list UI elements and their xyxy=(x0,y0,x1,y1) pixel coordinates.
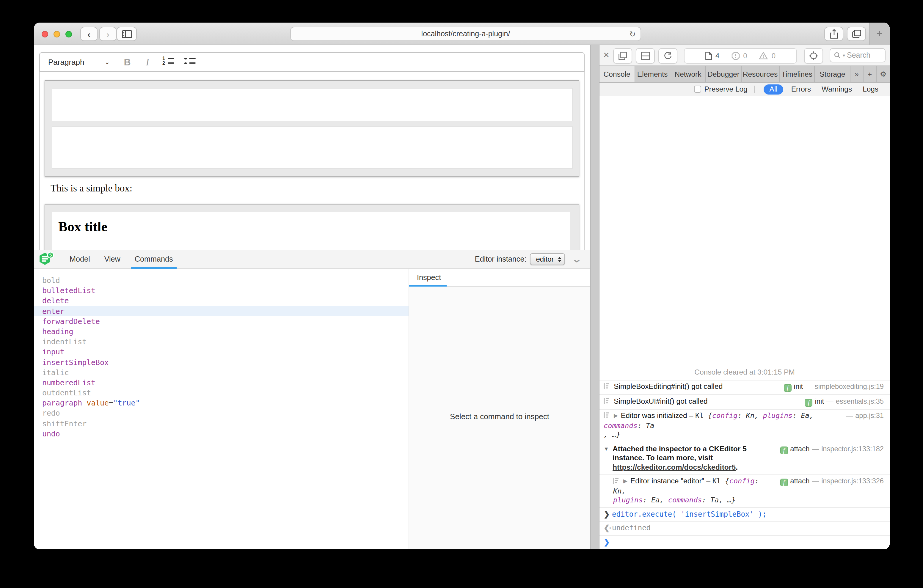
command-row-outdentList[interactable]: outdentList xyxy=(34,388,409,398)
reload-page-button[interactable] xyxy=(659,48,677,63)
command-row-italic[interactable]: italic xyxy=(34,367,409,377)
element-picker-button[interactable] xyxy=(804,48,823,63)
zoom-window-button[interactable] xyxy=(66,31,72,37)
simple-box-title-field[interactable] xyxy=(52,88,573,121)
heading-dropdown[interactable]: Paragraph ⌄ xyxy=(40,57,117,67)
command-row-bulletedList[interactable]: bulletedList xyxy=(34,286,409,296)
source-location-link[interactable]: inspector.js:133:326 xyxy=(821,477,884,485)
command-row-undo[interactable]: undo xyxy=(34,429,409,439)
close-window-button[interactable] xyxy=(42,31,48,37)
inspector-tab-debugger[interactable]: Debugger xyxy=(706,66,741,82)
editor-instance-select[interactable]: editor xyxy=(530,253,565,265)
settings-gear-button[interactable]: ⚙ xyxy=(877,66,890,82)
resource-status-group[interactable]: 4 0 0 xyxy=(684,48,797,63)
inspect-empty-message: Select a command to inspect xyxy=(409,412,590,421)
inspect-tabbar: Inspect xyxy=(409,269,590,287)
simple-box-description-field[interactable] xyxy=(52,126,573,169)
more-tabs-button[interactable]: » xyxy=(851,66,864,82)
log-source: —app.js:31 xyxy=(846,411,884,420)
inspector-tab-timelines[interactable]: Timelines xyxy=(779,66,815,82)
back-button[interactable]: ‹ xyxy=(80,27,97,41)
function-name: attach xyxy=(790,444,810,453)
source-location-link[interactable]: simpleboxediting.js:19 xyxy=(815,382,884,391)
console-input-code[interactable]: editor.execute( 'insertSimpleBox' ); xyxy=(612,510,767,518)
url-field[interactable]: localhost/creating-a-plugin/ ↻ xyxy=(290,27,641,41)
command-row-insertSimpleBox[interactable]: insertSimpleBox xyxy=(34,357,409,367)
tab-overview-button[interactable] xyxy=(847,27,866,41)
simple-box-widget[interactable]: Box title xyxy=(44,204,579,253)
log-message: SimpleBoxUI#init() got called xyxy=(614,397,708,405)
warning-triangle-icon xyxy=(759,52,768,59)
ckeditor-docs-link[interactable]: https://ckeditor.com/docs/ckeditor5 xyxy=(613,463,736,471)
command-row-paragraph[interactable]: paragraph value="true" xyxy=(34,398,409,408)
minimize-window-button[interactable] xyxy=(54,31,60,37)
function-name: init xyxy=(815,397,824,405)
console-output: Console cleared at 3:01:15 PM finit—simp… xyxy=(599,96,890,549)
simple-box-title-field-2[interactable]: Box title xyxy=(52,212,570,252)
console-filter-errors[interactable]: Errors xyxy=(791,85,811,94)
search-field[interactable]: ▾ Search xyxy=(829,48,885,62)
command-row-delete[interactable]: delete xyxy=(34,296,409,306)
detach-icon xyxy=(619,51,627,60)
close-inspector-button[interactable]: ✕ xyxy=(603,51,609,59)
inspector-tab-console[interactable]: Console xyxy=(599,66,635,82)
add-tab-button[interactable]: + xyxy=(864,66,877,82)
disclosure-triangle-icon[interactable]: ▶ xyxy=(623,477,627,486)
share-icon xyxy=(830,29,838,39)
italic-button[interactable]: I xyxy=(137,56,158,68)
ck-tab-view[interactable]: View xyxy=(97,250,128,268)
reload-icon[interactable]: ↻ xyxy=(629,30,636,39)
inspector-tab-resources[interactable]: Resources xyxy=(742,66,780,82)
console-log-icon xyxy=(604,397,610,407)
console-filter-all[interactable]: All xyxy=(764,84,783,94)
paragraph-text[interactable]: This is a simple box: xyxy=(51,182,132,194)
forward-button[interactable]: › xyxy=(99,27,117,41)
command-row-heading[interactable]: heading xyxy=(34,327,409,337)
ck-tab-model[interactable]: Model xyxy=(62,250,97,268)
source-location-link[interactable]: inspector.js:133:182 xyxy=(821,444,884,453)
dock-side-button[interactable] xyxy=(636,48,655,63)
editor-toolbar: Paragraph ⌄ B I 1 2 xyxy=(39,52,585,72)
function-badge-icon: f xyxy=(780,446,788,454)
source-location-link[interactable]: app.js:31 xyxy=(855,411,884,420)
console-prompt[interactable]: ❯ xyxy=(599,535,890,549)
share-button[interactable] xyxy=(824,27,843,41)
collapse-inspector-chevron-icon[interactable]: ⌄ xyxy=(572,255,582,264)
command-row-forwardDelete[interactable]: forwardDelete xyxy=(34,316,409,327)
console-filter-logs[interactable]: Logs xyxy=(863,85,879,94)
command-row-bold[interactable]: bold xyxy=(34,275,409,286)
titlebar: ‹ › localhost/creating-a-plugin/ ↻ + xyxy=(34,23,890,45)
source-location-link[interactable]: essentials.js:35 xyxy=(836,397,884,405)
inspector-tab-storage[interactable]: Storage xyxy=(815,66,851,82)
command-row-shiftEnter[interactable]: shiftEnter xyxy=(34,418,409,429)
box-title-text[interactable]: Box title xyxy=(53,212,570,235)
inspector-tab-network[interactable]: Network xyxy=(670,66,706,82)
preserve-log-checkbox[interactable] xyxy=(694,85,701,93)
disclosure-triangle-icon[interactable]: ▼ xyxy=(604,444,609,453)
command-row-indentList[interactable]: indentList xyxy=(34,337,409,347)
command-name: numberedList xyxy=(42,378,95,387)
command-row-input[interactable]: input xyxy=(34,347,409,357)
inspector-tab-elements[interactable]: Elements xyxy=(635,66,670,82)
reload-icon xyxy=(664,51,672,60)
simple-box-widget-selected[interactable] xyxy=(44,80,579,177)
detach-inspector-button[interactable] xyxy=(613,48,632,63)
ck-tab-commands[interactable]: Commands xyxy=(128,250,180,268)
bulleted-list-button[interactable] xyxy=(179,56,200,68)
screenshot-stage: ‹ › localhost/creating-a-plugin/ ↻ + Par… xyxy=(0,0,923,588)
bold-button[interactable]: B xyxy=(117,57,137,67)
pane-divider[interactable] xyxy=(590,45,599,549)
command-name: outdentList xyxy=(42,388,91,397)
command-row-enter[interactable]: enter xyxy=(34,306,409,316)
console-filter-warnings[interactable]: Warnings xyxy=(821,85,852,94)
numbered-list-button[interactable]: 1 2 xyxy=(158,56,179,68)
sidebar-toggle-button[interactable] xyxy=(117,27,137,41)
crosshair-icon xyxy=(809,51,818,60)
input-prompt-icon: ❯ xyxy=(604,510,612,519)
new-tab-button[interactable]: + xyxy=(869,23,890,45)
command-row-numberedList[interactable]: numberedList xyxy=(34,378,409,388)
command-row-redo[interactable]: redo xyxy=(34,408,409,418)
tab-inspect[interactable]: Inspect xyxy=(417,269,441,287)
sidebar-icon xyxy=(122,30,132,38)
disclosure-triangle-icon[interactable]: ▶ xyxy=(614,411,618,420)
